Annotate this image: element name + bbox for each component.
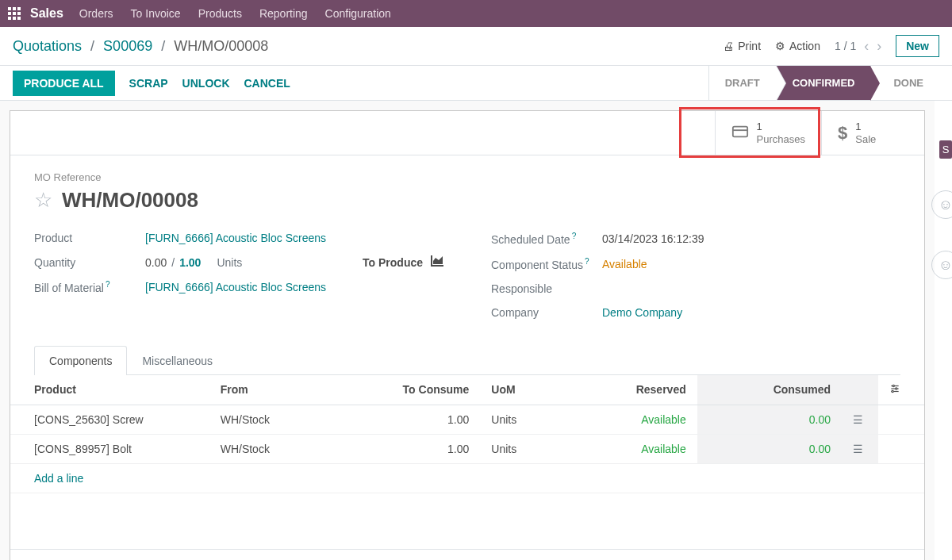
card-icon [731, 123, 749, 143]
gear-icon: ⚙ [775, 40, 785, 52]
cancel-button[interactable]: CANCEL [244, 77, 290, 90]
th-consumed: Consumed [697, 375, 842, 405]
cell-consumed[interactable]: 0.00 [697, 434, 842, 463]
nav-products[interactable]: Products [198, 7, 242, 20]
unlock-button[interactable]: UNLOCK [182, 77, 230, 90]
settings-icon[interactable] [889, 384, 900, 397]
cell-reserved: Available [570, 405, 697, 434]
breadcrumb-bar: Quotations / S00069 / WH/MO/00008 🖨 Prin… [0, 27, 952, 66]
stat-sale-label: Sale [855, 133, 876, 146]
responsible-label: Responsible [491, 282, 602, 295]
stat-sale-count: 1 [855, 121, 876, 133]
print-icon: 🖨 [723, 40, 734, 52]
breadcrumb: Quotations / S00069 / WH/MO/00008 [13, 38, 268, 55]
smiley-icon[interactable]: ☺ [931, 190, 952, 219]
stat-buttons: 1 Purchases $ 1 Sale [10, 111, 924, 155]
product-value[interactable]: [FURN_6666] Acoustic Bloc Screens [145, 232, 443, 244]
svg-point-12 [892, 385, 894, 386]
brand-label[interactable]: Sales [30, 6, 63, 21]
right-column: S ☺ ☺ [935, 101, 952, 560]
status-confirmed[interactable]: CONFIRMED [776, 66, 871, 100]
cell-from: WH/Stock [209, 434, 372, 463]
tab-components[interactable]: Components [34, 346, 127, 375]
print-label: Print [738, 40, 761, 52]
mo-reference-label: MO Reference [34, 171, 900, 183]
svg-rect-4 [13, 12, 16, 15]
pager-text: 1 / 1 [835, 40, 856, 52]
nav-configuration[interactable]: Configuration [325, 7, 391, 20]
smiley-icon[interactable]: ☺ [931, 251, 952, 279]
svg-rect-9 [732, 127, 747, 137]
breadcrumb-current: WH/MO/00008 [174, 38, 268, 54]
svg-rect-6 [8, 17, 11, 20]
cell-from: WH/Stock [209, 405, 372, 434]
new-button[interactable]: New [896, 35, 939, 57]
svg-rect-8 [17, 17, 21, 20]
svg-point-16 [892, 390, 893, 392]
table-row[interactable]: [CONS_25630] Screw WH/Stock 1.00 Units A… [10, 405, 924, 434]
pager-next-icon[interactable]: › [877, 38, 881, 55]
nav-orders[interactable]: Orders [79, 7, 113, 20]
action-button[interactable]: ⚙ Action [775, 40, 820, 52]
bom-label: Bill of Material? [34, 280, 145, 294]
svg-rect-2 [17, 7, 21, 10]
breadcrumb-root[interactable]: Quotations [13, 38, 82, 54]
svg-rect-3 [8, 12, 11, 15]
product-label: Product [34, 232, 145, 244]
company-label: Company [491, 306, 602, 319]
quantity-label: Quantity [34, 256, 145, 269]
detail-icon[interactable]: ☰ [853, 443, 863, 455]
print-button[interactable]: 🖨 Print [723, 40, 761, 52]
svg-rect-5 [17, 12, 21, 15]
th-from: From [209, 375, 372, 405]
star-icon[interactable]: ☆ [34, 188, 52, 213]
stat-purchases-button[interactable]: 1 Purchases [715, 111, 821, 155]
table-row[interactable]: [CONS_89957] Bolt WH/Stock 1.00 Units Av… [10, 434, 924, 463]
action-label: Action [789, 40, 820, 52]
pager: 1 / 1 ‹ › [835, 38, 881, 55]
status-bar: DRAFT CONFIRMED DONE [708, 66, 939, 100]
help-icon[interactable]: ? [572, 232, 577, 240]
nav-reporting[interactable]: Reporting [259, 7, 308, 20]
svg-point-14 [896, 387, 897, 389]
produce-all-button[interactable]: PRODUCE ALL [13, 71, 115, 96]
cell-uom: Units [480, 405, 570, 434]
bom-value[interactable]: [FURN_6666] Acoustic Bloc Screens [145, 281, 443, 293]
cell-consumed[interactable]: 0.00 [697, 405, 842, 434]
help-icon[interactable]: ? [585, 257, 589, 266]
table-header-row: Product From To Consume UoM Reserved Con… [10, 375, 924, 405]
detail-icon[interactable]: ☰ [853, 413, 863, 426]
cell-to-consume: 1.00 [371, 405, 480, 434]
components-table: Product From To Consume UoM Reserved Con… [10, 375, 924, 561]
cell-product: [CONS_25630] Screw [10, 405, 209, 434]
scheduled-date-value[interactable]: 03/14/2023 16:12:39 [602, 232, 900, 245]
status-draft[interactable]: DRAFT [708, 66, 776, 100]
qty-done: 0.00 [145, 256, 167, 269]
tab-miscellaneous[interactable]: Miscellaneous [127, 346, 228, 375]
apps-icon[interactable] [6, 6, 22, 21]
breadcrumb-mid[interactable]: S00069 [103, 38, 152, 54]
side-badge[interactable]: S [939, 140, 952, 159]
status-done[interactable]: DONE [870, 66, 939, 100]
scheduled-date-label: Scheduled Date? [491, 232, 602, 246]
cell-product: [CONS_89957] Bolt [10, 434, 209, 463]
cell-to-consume: 1.00 [371, 434, 480, 463]
svg-rect-7 [13, 17, 16, 20]
help-icon[interactable]: ? [106, 280, 110, 289]
scrap-button[interactable]: SCRAP [129, 77, 168, 90]
mo-title: WH/MO/00008 [62, 188, 198, 213]
dollar-icon: $ [838, 123, 847, 144]
stat-sale-button[interactable]: $ 1 Sale [821, 111, 924, 155]
pager-prev-icon[interactable]: ‹ [864, 38, 869, 55]
th-to-consume: To Consume [371, 375, 480, 405]
company-value[interactable]: Demo Company [602, 306, 900, 319]
qty-total[interactable]: 1.00 [179, 256, 201, 269]
action-bar: PRODUCE ALL SCRAP UNLOCK CANCEL DRAFT CO… [0, 66, 952, 101]
th-reserved: Reserved [570, 375, 697, 405]
chart-icon[interactable] [431, 255, 443, 269]
nav-to-invoice[interactable]: To Invoice [131, 7, 181, 20]
add-line-button[interactable]: Add a line [34, 472, 83, 485]
svg-rect-1 [13, 7, 16, 10]
stat-purchases-label: Purchases [757, 133, 805, 146]
cell-uom: Units [480, 434, 570, 463]
